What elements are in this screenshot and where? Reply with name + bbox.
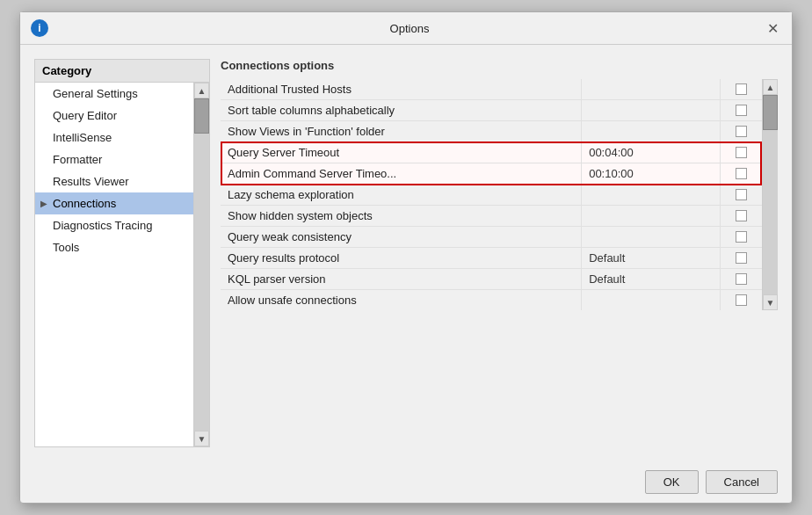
option-checkbox[interactable]	[736, 83, 747, 95]
dialog-body: Category General SettingsQuery EditorInt…	[20, 45, 792, 461]
option-value	[582, 206, 721, 227]
option-value	[582, 79, 721, 100]
sidebar-scroll-thumb[interactable]	[194, 98, 209, 134]
sidebar-item-label: IntelliSense	[53, 131, 112, 144]
option-label: Query results protocol	[221, 248, 582, 269]
option-value	[582, 121, 721, 142]
sidebar-item-label: Formatter	[53, 153, 102, 166]
option-value	[582, 100, 721, 121]
sidebar-scroll-area: General SettingsQuery EditorIntelliSense…	[35, 83, 209, 446]
sidebar-item-label: Diagnostics Tracing	[53, 219, 152, 232]
option-label: Allow unsafe connections	[221, 290, 582, 311]
sidebar-item-general-settings[interactable]: General Settings	[35, 83, 193, 105]
option-checkbox[interactable]	[736, 252, 747, 264]
main-header: Connections options	[221, 59, 778, 72]
table-row: KQL parser versionDefault	[221, 269, 762, 290]
option-checkbox-cell	[721, 248, 762, 269]
options-table-container: Additional Trusted HostsSort table colum…	[221, 79, 778, 447]
table-row: Lazy schema exploration	[221, 185, 762, 206]
sidebar-item-formatter[interactable]: Formatter	[35, 149, 193, 170]
title-bar: i Options ✕	[20, 12, 792, 45]
option-value	[582, 290, 721, 311]
option-checkbox[interactable]	[736, 147, 747, 158]
close-button[interactable]: ✕	[764, 19, 781, 37]
sidebar-item-label: Query Editor	[53, 109, 117, 122]
table-row: Query weak consistency	[221, 227, 762, 248]
option-checkbox-cell	[721, 227, 762, 248]
sidebar-scrollbar[interactable]: ▲ ▼	[193, 83, 209, 446]
category-sidebar: Category General SettingsQuery EditorInt…	[34, 59, 210, 447]
option-label: KQL parser version	[221, 269, 582, 290]
main-scroll-down[interactable]: ▼	[763, 294, 778, 310]
option-checkbox[interactable]	[736, 105, 747, 116]
sidebar-item-intellisense[interactable]: IntelliSense	[35, 127, 193, 149]
option-value: Default	[582, 248, 721, 269]
option-label: Show Views in 'Function' folder	[221, 121, 582, 142]
option-checkbox-cell	[721, 290, 762, 311]
option-value: Default	[582, 269, 721, 290]
main-scroll-up[interactable]: ▲	[763, 79, 778, 95]
option-checkbox[interactable]	[736, 189, 747, 200]
table-row: Query Server Timeout00:04:00	[221, 142, 762, 163]
option-value: 00:04:00	[582, 142, 721, 163]
option-checkbox[interactable]	[736, 273, 747, 285]
table-scroll-area: Additional Trusted HostsSort table colum…	[221, 79, 778, 310]
option-value	[582, 227, 721, 248]
option-checkbox[interactable]	[736, 210, 747, 221]
main-scroll-track	[763, 95, 778, 294]
sidebar-item-label: General Settings	[53, 87, 138, 100]
sidebar-item-results-viewer[interactable]: Results Viewer	[35, 170, 193, 192]
option-label: Sort table columns alphabetically	[221, 100, 582, 121]
sidebar-item-label: Connections	[53, 197, 116, 210]
dialog-title: Options	[55, 22, 764, 35]
table-row: Allow unsafe connections	[221, 290, 762, 311]
option-checkbox[interactable]	[736, 126, 747, 137]
main-scrollbar[interactable]: ▲ ▼	[762, 79, 778, 310]
sidebar-item-tools[interactable]: Tools	[35, 236, 193, 258]
dialog-footer: OK Cancel	[20, 461, 792, 503]
option-checkbox[interactable]	[736, 231, 747, 243]
sidebar-scroll-down[interactable]: ▼	[194, 431, 209, 446]
info-icon: i	[31, 19, 48, 37]
table-row: Show Views in 'Function' folder	[221, 121, 762, 142]
table-row: Admin Command Server Timeo...00:10:00	[221, 163, 762, 185]
option-label: Lazy schema exploration	[221, 185, 582, 206]
sidebar-scroll-track	[194, 98, 209, 431]
option-value: 00:10:00	[582, 163, 721, 185]
main-scroll-thumb[interactable]	[763, 95, 778, 130]
main-content: Connections options Additional Trusted H…	[221, 59, 778, 447]
option-checkbox-cell	[721, 269, 762, 290]
ok-button[interactable]: OK	[645, 470, 699, 494]
option-checkbox[interactable]	[736, 294, 747, 306]
expand-arrow-icon: ▶	[40, 199, 47, 208]
option-label: Query weak consistency	[221, 227, 582, 248]
sidebar-scroll-up[interactable]: ▲	[194, 83, 209, 98]
sidebar-item-label: Tools	[53, 241, 79, 254]
sidebar-item-label: Results Viewer	[53, 175, 128, 188]
option-checkbox-cell	[721, 206, 762, 227]
option-checkbox-cell	[721, 100, 762, 121]
options-dialog: i Options ✕ Category General SettingsQue…	[19, 11, 793, 504]
option-checkbox-cell	[721, 121, 762, 142]
cancel-button[interactable]: Cancel	[706, 470, 778, 494]
options-table: Additional Trusted HostsSort table colum…	[221, 79, 762, 310]
sidebar-item-query-editor[interactable]: Query Editor	[35, 105, 193, 127]
sidebar-item-connections[interactable]: ▶Connections	[35, 192, 193, 214]
option-checkbox-cell	[721, 79, 762, 100]
option-checkbox-cell	[721, 163, 762, 185]
option-label: Additional Trusted Hosts	[221, 79, 582, 100]
table-row: Sort table columns alphabetically	[221, 100, 762, 121]
table-row: Additional Trusted Hosts	[221, 79, 762, 100]
sidebar-header: Category	[35, 60, 209, 83]
option-value	[582, 185, 721, 206]
option-label: Show hidden system objects	[221, 206, 582, 227]
table-row: Show hidden system objects	[221, 206, 762, 227]
sidebar-list: General SettingsQuery EditorIntelliSense…	[35, 83, 193, 446]
option-label: Admin Command Server Timeo...	[221, 163, 582, 185]
sidebar-item-diagnostics[interactable]: Diagnostics Tracing	[35, 214, 193, 236]
option-checkbox-cell	[721, 142, 762, 163]
option-checkbox[interactable]	[736, 168, 747, 179]
option-checkbox-cell	[721, 185, 762, 206]
option-label: Query Server Timeout	[221, 142, 582, 163]
table-row: Query results protocolDefault	[221, 248, 762, 269]
